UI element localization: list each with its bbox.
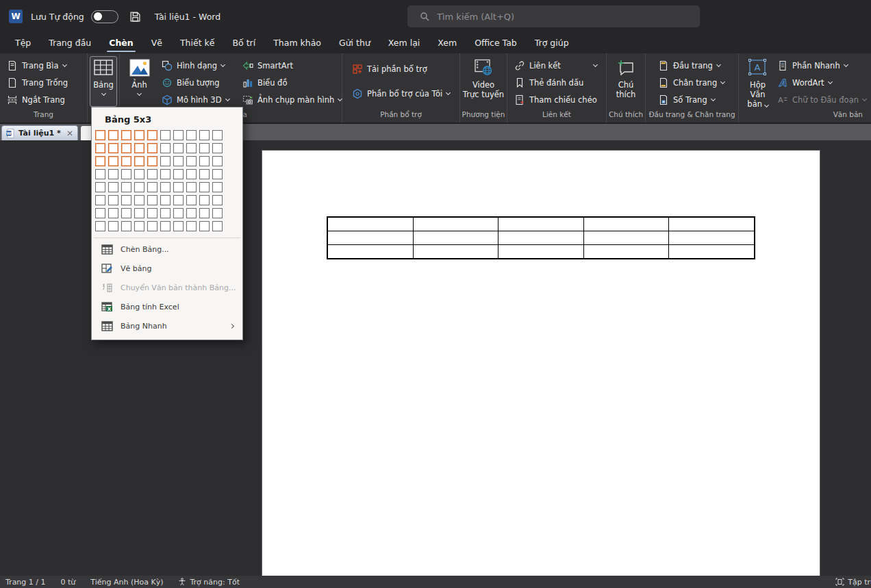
grid-cell[interactable] bbox=[95, 182, 105, 192]
grid-cell[interactable] bbox=[95, 195, 105, 205]
tab-tro-giup[interactable]: Trợ giúp bbox=[533, 34, 570, 53]
tab-gui-thu[interactable]: Gửi thư bbox=[338, 34, 372, 53]
table-cell[interactable] bbox=[669, 231, 755, 245]
grid-cell[interactable] bbox=[108, 182, 118, 192]
grid-cell[interactable] bbox=[173, 195, 184, 205]
save-button[interactable] bbox=[129, 11, 141, 23]
grid-cell[interactable] bbox=[147, 195, 157, 205]
tab-xem[interactable]: Xem bbox=[436, 34, 458, 53]
online-video-button[interactable]: Video Trực tuyến bbox=[463, 57, 504, 110]
tab-tep[interactable]: Tệp bbox=[14, 34, 32, 53]
language-indicator[interactable]: Tiếng Anh (Hoa Kỳ) bbox=[90, 578, 163, 587]
grid-cell[interactable] bbox=[173, 143, 184, 153]
grid-cell[interactable] bbox=[160, 169, 171, 179]
grid-cell[interactable] bbox=[147, 221, 157, 231]
close-tab-icon[interactable]: ✕ bbox=[66, 129, 73, 138]
grid-cell[interactable] bbox=[121, 169, 131, 179]
pictures-button[interactable]: Ảnh bbox=[124, 57, 155, 110]
icons-button[interactable]: Biểu tượng bbox=[159, 74, 236, 91]
table-cell[interactable] bbox=[328, 218, 414, 231]
tab-office-tab[interactable]: Office Tab bbox=[473, 34, 518, 53]
grid-cell[interactable] bbox=[121, 195, 131, 205]
grid-cell[interactable] bbox=[186, 221, 197, 231]
grid-cell[interactable] bbox=[199, 221, 210, 231]
grid-cell[interactable] bbox=[199, 169, 210, 179]
grid-cell[interactable] bbox=[121, 143, 131, 153]
grid-cell[interactable] bbox=[95, 221, 105, 231]
page-indicator[interactable]: Trang 1 / 1 bbox=[5, 578, 46, 587]
excel-spreadsheet-menu-item[interactable]: X Bảng tính Excel bbox=[92, 297, 242, 316]
grid-cell[interactable] bbox=[212, 156, 223, 166]
table-cell[interactable] bbox=[669, 245, 755, 259]
draw-table-menu-item[interactable]: Vẽ bảng bbox=[92, 259, 242, 278]
grid-cell[interactable] bbox=[108, 156, 118, 166]
page-number-button[interactable]: # Số Trang bbox=[655, 91, 736, 108]
focus-mode-button[interactable]: Tập tru bbox=[835, 578, 871, 587]
grid-cell[interactable] bbox=[147, 208, 157, 218]
table-cell[interactable] bbox=[413, 218, 498, 231]
grid-cell[interactable] bbox=[160, 143, 171, 153]
grid-cell[interactable] bbox=[121, 221, 131, 231]
tab-trang-dau[interactable]: Trang đầu bbox=[47, 34, 92, 53]
grid-cell[interactable] bbox=[186, 156, 197, 166]
grid-cell[interactable] bbox=[134, 156, 144, 166]
quick-tables-menu-item[interactable]: Bảng Nhanh bbox=[92, 316, 242, 335]
table-cell[interactable] bbox=[328, 231, 414, 245]
grid-cell[interactable] bbox=[173, 130, 184, 140]
grid-cell[interactable] bbox=[147, 143, 157, 153]
quick-parts-button[interactable]: Phần Nhanh bbox=[774, 57, 869, 74]
grid-cell[interactable] bbox=[173, 156, 184, 166]
grid-cell[interactable] bbox=[160, 221, 171, 231]
search-input[interactable] bbox=[437, 12, 670, 22]
grid-cell[interactable] bbox=[121, 156, 131, 166]
tab-tham-khao[interactable]: Tham khảo bbox=[272, 34, 323, 53]
footer-button[interactable]: Chân trang bbox=[655, 74, 736, 91]
grid-cell[interactable] bbox=[108, 130, 118, 140]
link-button[interactable]: Liên kết bbox=[512, 57, 604, 74]
grid-cell[interactable] bbox=[186, 195, 197, 205]
grid-cell[interactable] bbox=[160, 195, 171, 205]
grid-cell[interactable] bbox=[212, 182, 223, 192]
grid-cell[interactable] bbox=[121, 208, 131, 218]
grid-cell[interactable] bbox=[147, 169, 157, 179]
table-cell[interactable] bbox=[583, 245, 669, 259]
tab-ve[interactable]: Vẽ bbox=[150, 34, 164, 53]
grid-cell[interactable] bbox=[95, 208, 105, 218]
grid-cell[interactable] bbox=[108, 221, 118, 231]
grid-cell[interactable] bbox=[173, 182, 184, 192]
tab-chen[interactable]: Chèn bbox=[108, 34, 134, 53]
grid-cell[interactable] bbox=[134, 221, 144, 231]
grid-cell[interactable] bbox=[199, 143, 210, 153]
document-page[interactable] bbox=[262, 151, 820, 576]
grid-cell[interactable] bbox=[134, 130, 144, 140]
grid-cell[interactable] bbox=[173, 208, 184, 218]
grid-cell[interactable] bbox=[160, 156, 171, 166]
table-cell[interactable] bbox=[669, 218, 755, 231]
tab-xem-lai[interactable]: Xem lại bbox=[387, 34, 421, 53]
bookmark-button[interactable]: Thẻ đánh dấu bbox=[512, 74, 604, 91]
grid-cell[interactable] bbox=[186, 169, 197, 179]
accessibility-status[interactable]: Trợ năng: Tốt bbox=[178, 578, 239, 587]
grid-cell[interactable] bbox=[95, 156, 105, 166]
grid-cell[interactable] bbox=[186, 130, 197, 140]
grid-cell[interactable] bbox=[160, 182, 171, 192]
grid-cell[interactable] bbox=[212, 130, 223, 140]
table-cell[interactable] bbox=[328, 245, 414, 259]
cover-page-button[interactable]: Trang Bìa bbox=[4, 57, 85, 74]
chart-button[interactable]: Biểu đồ bbox=[240, 74, 340, 91]
grid-cell[interactable] bbox=[121, 130, 131, 140]
grid-cell[interactable] bbox=[212, 169, 223, 179]
grid-cell[interactable] bbox=[108, 208, 118, 218]
blank-page-button[interactable]: Trang Trống bbox=[4, 74, 85, 91]
grid-cell[interactable] bbox=[160, 208, 171, 218]
table-button[interactable]: Bảng bbox=[90, 56, 117, 107]
autosave-toggle[interactable] bbox=[91, 10, 118, 23]
grid-cell[interactable] bbox=[173, 169, 184, 179]
smartart-button[interactable]: SmartArt bbox=[240, 57, 340, 74]
grid-cell[interactable] bbox=[186, 182, 197, 192]
grid-cell[interactable] bbox=[121, 182, 131, 192]
tab-thiet-ke[interactable]: Thiết kế bbox=[179, 34, 216, 53]
grid-cell[interactable] bbox=[108, 169, 118, 179]
wordart-button[interactable]: A WordArt bbox=[774, 74, 869, 91]
grid-cell[interactable] bbox=[199, 182, 210, 192]
